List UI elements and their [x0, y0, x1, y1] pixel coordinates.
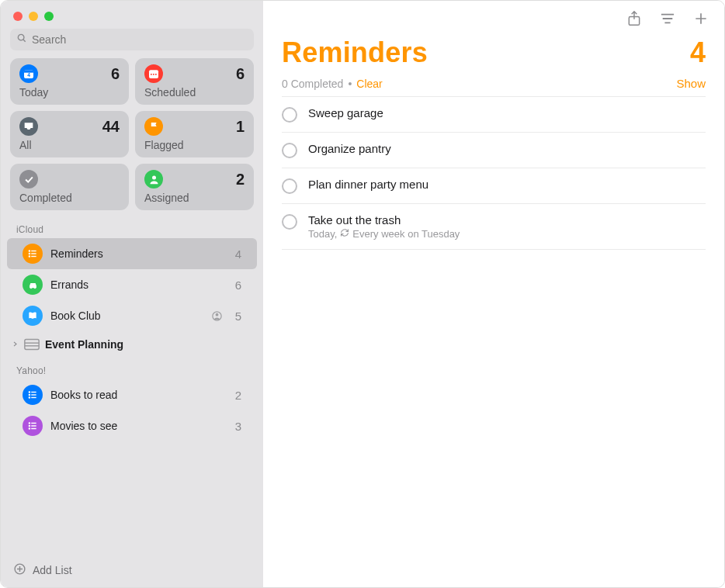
svg-point-27: [29, 397, 29, 398]
folder-event-planning[interactable]: Event Planning: [1, 331, 263, 358]
svg-rect-7: [153, 74, 154, 75]
toolbar: [263, 1, 724, 30]
flagged-label: Flagged: [144, 139, 245, 151]
reminder-item[interactable]: Take out the trash Today, Every week on …: [282, 203, 706, 250]
scheduled-label: Scheduled: [144, 86, 245, 99]
list-total-count: 4: [690, 36, 706, 69]
view-options-button[interactable]: [659, 12, 676, 26]
reminder-title: Plan dinner party menu: [308, 178, 428, 191]
reminder-title: Sweep garage: [308, 106, 383, 119]
complete-toggle[interactable]: [282, 214, 297, 230]
show-completed-button[interactable]: Show: [676, 77, 706, 90]
smart-list-completed[interactable]: Completed: [10, 164, 129, 210]
complete-toggle[interactable]: [282, 107, 297, 123]
close-window-button[interactable]: [13, 12, 23, 21]
dot-separator: •: [348, 78, 352, 90]
minimize-window-button[interactable]: [29, 12, 38, 21]
reminder-title: Organize pantry: [308, 142, 391, 155]
list-icon: [23, 385, 43, 405]
section-header-yahoo: Yahoo!: [1, 358, 263, 379]
svg-point-12: [29, 253, 29, 254]
calendar-today-icon: 4: [19, 64, 38, 83]
svg-text:4: 4: [27, 72, 30, 78]
svg-rect-8: [155, 74, 157, 75]
complete-toggle[interactable]: [282, 143, 297, 158]
chevron-right-icon: [12, 340, 19, 349]
flag-icon: [144, 117, 163, 136]
svg-rect-20: [25, 340, 39, 350]
completed-count-text: 0 Completed: [282, 78, 343, 90]
search-field[interactable]: [10, 29, 254, 50]
list-icon: [23, 416, 43, 436]
svg-point-25: [29, 394, 29, 395]
svg-point-23: [29, 392, 29, 393]
svg-point-19: [216, 313, 219, 316]
list-count: 6: [235, 278, 241, 292]
add-list-button[interactable]: Add List: [1, 555, 263, 587]
add-list-label: Add List: [33, 564, 72, 576]
inbox-icon: [19, 117, 38, 136]
completed-label: Completed: [19, 192, 120, 204]
book-icon: [23, 306, 43, 326]
smart-list-assigned[interactable]: 2 Assigned: [135, 164, 254, 210]
list-title: Reminders: [282, 36, 428, 69]
list-count: 3: [235, 420, 241, 433]
today-count: 6: [111, 65, 120, 83]
svg-point-17: [34, 287, 36, 289]
flagged-count: 1: [236, 118, 245, 136]
reminder-item[interactable]: Sweep garage: [282, 96, 706, 132]
clear-completed-button[interactable]: Clear: [356, 78, 382, 90]
reminder-item[interactable]: Organize pantry: [282, 132, 706, 168]
svg-point-33: [29, 428, 29, 429]
smart-lists-grid: 4 6 Today 6 Scheduled: [1, 58, 263, 216]
app-window: 4 6 Today 6 Scheduled: [0, 0, 725, 588]
all-count: 44: [102, 118, 120, 136]
search-icon: [16, 33, 27, 47]
list-reminders[interactable]: Reminders 4: [7, 238, 257, 269]
list-icon: [23, 244, 43, 264]
list-count: 4: [235, 247, 241, 261]
smart-list-flagged[interactable]: 1 Flagged: [135, 111, 254, 157]
main-pane: Reminders 4 0 Completed • Clear Show Swe…: [263, 1, 724, 587]
shared-icon: [210, 309, 224, 323]
list-name: Errands: [50, 278, 227, 291]
list-count: 5: [235, 310, 241, 323]
list-name: Books to read: [50, 389, 227, 401]
folder-icon: [23, 337, 40, 352]
reminder-items: Sweep garage Organize pantry Plan dinner…: [282, 96, 706, 250]
complete-toggle[interactable]: [282, 178, 297, 194]
svg-point-29: [29, 423, 29, 424]
smart-list-scheduled[interactable]: 6 Scheduled: [135, 58, 254, 105]
repeat-icon: [340, 228, 349, 240]
svg-point-31: [29, 425, 29, 426]
list-name: Movies to see: [50, 420, 227, 432]
list-name: Reminders: [50, 247, 227, 260]
list-books-to-read[interactable]: Books to read 2: [7, 379, 257, 410]
list-name: Book Club: [50, 310, 203, 322]
calendar-icon: [144, 64, 163, 83]
car-icon: [23, 275, 43, 295]
sidebar: 4 6 Today 6 Scheduled: [1, 1, 263, 587]
reminder-title: Take out the trash: [308, 213, 460, 227]
fullscreen-window-button[interactable]: [44, 12, 54, 21]
reminder-subtitle: Today, Every week on Tuesday: [308, 228, 460, 240]
assigned-label: Assigned: [144, 192, 245, 204]
smart-list-today[interactable]: 4 6 Today: [10, 58, 129, 105]
today-label: Today: [19, 86, 120, 99]
list-errands[interactable]: Errands 6: [7, 269, 257, 300]
add-reminder-button[interactable]: [693, 11, 709, 26]
list-count: 2: [235, 389, 241, 402]
svg-point-10: [29, 251, 29, 251]
svg-point-9: [152, 175, 156, 179]
reminder-item[interactable]: Plan dinner party menu: [282, 168, 706, 203]
list-book-club[interactable]: Book Club 5: [7, 300, 257, 331]
share-button[interactable]: [626, 10, 642, 27]
window-controls: [1, 1, 263, 29]
smart-list-all[interactable]: 44 All: [10, 111, 129, 157]
svg-point-0: [18, 34, 24, 40]
list-movies-to-see[interactable]: Movies to see 3: [7, 410, 257, 441]
list-header: Reminders 4: [282, 36, 706, 69]
person-icon: [144, 170, 163, 189]
search-input[interactable]: [32, 33, 248, 46]
svg-point-14: [29, 256, 29, 257]
